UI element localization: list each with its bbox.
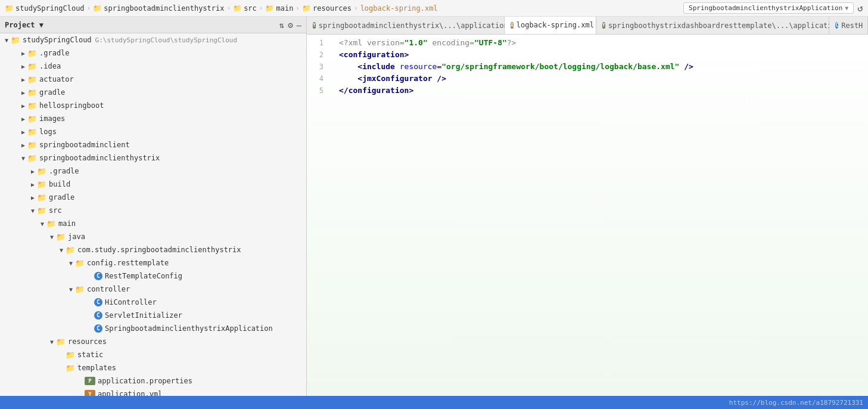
run-config-box[interactable]: SpringbootadminclienthystrixApplication … bbox=[683, 2, 854, 14]
tab1-label: springbootadminclienthystrix\...\applica… bbox=[319, 21, 525, 30]
springbootadminclienthystrix-label: springbootadminclienthystrix bbox=[39, 154, 160, 162]
bc-label3: src bbox=[244, 4, 257, 13]
resources-label: resources bbox=[68, 337, 107, 346]
images-label: images bbox=[39, 114, 65, 123]
controller-folder-icon: 📁 bbox=[75, 285, 85, 294]
springbootapp-label: SpringbootadminclienthystrixApplication bbox=[105, 324, 273, 333]
root-folder-icon: 📁 bbox=[11, 36, 20, 45]
bc-resources[interactable]: 📁 resources bbox=[302, 4, 351, 13]
gradle4-folder-icon: 📁 bbox=[37, 193, 46, 202]
com-study-folder-icon: 📁 bbox=[66, 246, 75, 255]
tree-item-gradle2[interactable]: ▶ 📁 gradle bbox=[0, 86, 306, 99]
resttemplateconfig-icon: C bbox=[94, 272, 102, 280]
tree-item-templates[interactable]: 📁 templates bbox=[0, 361, 306, 374]
bc-label4: main bbox=[276, 4, 293, 13]
java-folder-icon: 📁 bbox=[56, 233, 66, 241]
editor-area[interactable]: 1 <?xml version="1.0" encoding="UTF-8"?>… bbox=[307, 35, 868, 396]
tree-item-actuator[interactable]: ▶ 📁 actuator bbox=[0, 73, 306, 86]
src-folder-icon: 📁 bbox=[37, 206, 46, 215]
tree-item-logs[interactable]: ▶ 📁 logs bbox=[0, 125, 306, 138]
java-label: java bbox=[68, 233, 85, 241]
tab2-label: logback-spring.xml bbox=[517, 21, 594, 29]
dropdown-icon[interactable]: ▼ bbox=[845, 5, 848, 11]
tree-item-springbootadminclient[interactable]: ▶ 📁 springbootadminclient bbox=[0, 138, 306, 151]
tree-item-static[interactable]: 📁 static bbox=[0, 348, 306, 361]
tab4-icon: C bbox=[835, 22, 838, 29]
tree-item-springbootapp[interactable]: C SpringbootadminclienthystrixApplicatio… bbox=[0, 322, 306, 335]
tabs-bar: Y springbootadminclienthystrix\...\appli… bbox=[307, 17, 868, 35]
status-right: https://blog.csdn.net/a18792721331 bbox=[729, 399, 863, 407]
tab-logback-spring-xml[interactable]: X logback-spring.xml ✕ bbox=[505, 17, 596, 35]
tab2-icon: X bbox=[511, 22, 514, 29]
tree-item-main[interactable]: ▼ 📁 main bbox=[0, 217, 306, 230]
code-line-5: 5 </configuration> bbox=[307, 85, 868, 97]
tab3-label: springboothystrixdashboardresttemplate\.… bbox=[608, 21, 858, 30]
bc-label: studySpringCloud bbox=[15, 4, 85, 13]
tab1-icon: Y bbox=[313, 22, 316, 29]
tab-resth[interactable]: C RestH bbox=[829, 17, 868, 35]
tree-item-gradle3[interactable]: ▶ 📁 .gradle bbox=[0, 165, 306, 178]
tree-item-src[interactable]: ▼ 📁 src bbox=[0, 204, 306, 217]
sidebar-content: ▼ 📁 studySpringCloud G:\studySpringCloud… bbox=[0, 33, 306, 396]
sidebar-action-settings[interactable]: ⚙ bbox=[288, 20, 293, 30]
code-line-3: 3 <include resource="org/springframework… bbox=[307, 61, 868, 73]
tree-item-gradle4[interactable]: ▶ 📁 gradle bbox=[0, 191, 306, 204]
folder-icon-bc5: 📁 bbox=[302, 4, 311, 13]
tree-item-hello[interactable]: ▶ 📁 hellospringboot bbox=[0, 99, 306, 112]
resources-folder-icon: 📁 bbox=[56, 337, 66, 346]
servletinitializer-icon: C bbox=[94, 311, 102, 320]
idea-folder-icon: 📁 bbox=[27, 62, 37, 71]
tree-item-com-study[interactable]: ▼ 📁 com.study.springbootadminclienthystr… bbox=[0, 243, 306, 256]
tree-item-java[interactable]: ▼ 📁 java bbox=[0, 230, 306, 243]
tree-item-servletinitializer[interactable]: C ServletInitializer bbox=[0, 309, 306, 322]
sidebar-action-close[interactable]: — bbox=[297, 20, 301, 30]
bc-main[interactable]: 📁 main bbox=[265, 4, 293, 13]
tree-item-gradle[interactable]: ▶ 📁 .gradle bbox=[0, 47, 306, 60]
gradle4-label: gradle bbox=[49, 193, 74, 202]
folder-icon-bc4: 📁 bbox=[265, 4, 274, 13]
reload-button[interactable]: ↺ bbox=[857, 2, 863, 14]
code-line-2: 2 <configuration> bbox=[307, 49, 868, 61]
gradle-folder-icon: 📁 bbox=[27, 49, 37, 58]
code-content-1: <?xml version="1.0" encoding="UTF-8"?> bbox=[339, 37, 516, 49]
tree-item-idea[interactable]: ▶ 📁 .idea bbox=[0, 60, 306, 73]
tree-root[interactable]: ▼ 📁 studySpringCloud G:\studySpringCloud… bbox=[0, 33, 306, 47]
tree-item-build[interactable]: ▶ 📁 build bbox=[0, 178, 306, 191]
bc-src[interactable]: 📁 src bbox=[233, 4, 257, 13]
sidebar-action-layout[interactable]: ⇅ bbox=[279, 20, 284, 30]
tree-item-config-resttemplate[interactable]: ▼ 📁 config.resttemplate bbox=[0, 256, 306, 269]
bc-file: logback-spring.xml bbox=[360, 4, 438, 13]
tree-item-application-properties[interactable]: P application.properties bbox=[0, 374, 306, 388]
line-num-3: 3 bbox=[307, 61, 331, 73]
code-content-5: </configuration> bbox=[339, 85, 413, 97]
config-resttemplate-label: config.resttemplate bbox=[87, 259, 169, 267]
servletinitializer-label: ServletInitializer bbox=[105, 311, 182, 320]
static-folder-icon: 📁 bbox=[66, 351, 75, 360]
line-num-4: 4 bbox=[307, 73, 331, 85]
tree-item-controller[interactable]: ▼ 📁 controller bbox=[0, 283, 306, 296]
top-right-actions: SpringbootadminclienthystrixApplication … bbox=[683, 2, 863, 14]
tab-application-yml[interactable]: Y springbootadminclienthystrix\...\appli… bbox=[307, 17, 505, 35]
code-line-4: 4 <jmxConfigurator /> bbox=[307, 73, 868, 85]
line-num-1: 1 bbox=[307, 37, 331, 49]
tree-item-images[interactable]: ▶ 📁 images bbox=[0, 112, 306, 125]
run-config-label: SpringbootadminclienthystrixApplication bbox=[689, 4, 842, 12]
bc-springbootadminclienthystrix[interactable]: 📁 springbootadminclienthystrix bbox=[93, 4, 224, 13]
templates-folder-icon: 📁 bbox=[66, 364, 75, 373]
tree-item-application-yml[interactable]: Y application.yml bbox=[0, 388, 306, 396]
bc-studyspringcloud[interactable]: 📁 studySpringCloud bbox=[5, 4, 85, 13]
sidebar: Project ▼ ⇅ ⚙ — ▼ 📁 studySpringCloud G:\… bbox=[0, 17, 307, 396]
main-area: Project ▼ ⇅ ⚙ — ▼ 📁 studySpringCloud G:\… bbox=[0, 17, 868, 396]
resttemplateconfig-label: RestTemplateConfig bbox=[105, 272, 182, 280]
logs-folder-icon: 📁 bbox=[27, 128, 37, 137]
config-resttemplate-folder-icon: 📁 bbox=[75, 259, 85, 268]
tree-item-resources[interactable]: ▼ 📁 resources bbox=[0, 335, 306, 348]
sidebar-title: Project ▼ bbox=[5, 21, 43, 29]
com-study-label: com.study.springbootadminclienthystrix bbox=[77, 246, 241, 254]
tree-item-resttemplateconfig[interactable]: C RestTemplateConfig bbox=[0, 269, 306, 283]
build-folder-icon: 📁 bbox=[37, 180, 46, 189]
tree-item-hicontroller[interactable]: C HiController bbox=[0, 296, 306, 309]
tree-item-springbootadminclienthystrix[interactable]: ▼ 📁 springbootadminclienthystrix bbox=[0, 151, 306, 165]
tab-springboothystrix-application-yml[interactable]: Y springboothystrixdashboardresttemplate… bbox=[596, 17, 829, 35]
application-yml-icon: Y bbox=[85, 390, 95, 396]
